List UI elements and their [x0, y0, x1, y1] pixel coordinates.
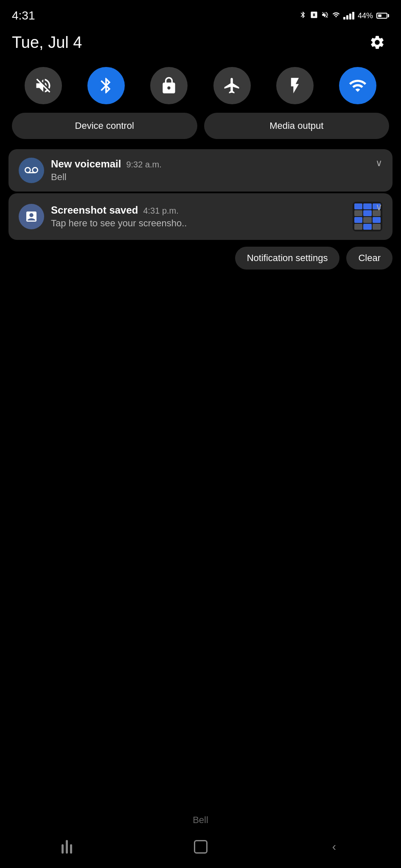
voicemail-icon: [25, 164, 38, 177]
carrier-name: Bell: [193, 815, 208, 826]
status-icons: 44%: [299, 11, 389, 21]
wifi-icon: [348, 76, 367, 95]
screen-lock-toggle[interactable]: [150, 67, 188, 104]
home-icon: [194, 840, 208, 854]
signal-bars: [343, 12, 354, 19]
flashlight-icon: [286, 76, 304, 95]
wifi-toggle[interactable]: [339, 67, 376, 104]
flashlight-toggle[interactable]: [276, 67, 314, 104]
notifications-list: New voicemail 9:32 a.m. Bell ∨ Screensho…: [0, 149, 401, 240]
voicemail-subtitle: Bell: [51, 172, 382, 183]
action-buttons-row: Device control Media output: [0, 113, 401, 149]
mute-icon: [34, 76, 53, 95]
screenshot-icon-circle: [19, 204, 44, 229]
nav-bar: ‹: [0, 830, 401, 868]
date-text: Tue, Jul 4: [12, 33, 82, 52]
battery-icon: [376, 13, 389, 19]
voicemail-time: 9:32 a.m.: [126, 160, 161, 170]
back-button[interactable]: ‹: [317, 834, 351, 860]
status-time: 4:31: [12, 9, 35, 22]
back-icon: ‹: [332, 841, 336, 853]
airplane-icon: [223, 76, 241, 95]
screenshot-subtitle: Tap here to see your screensho..: [51, 218, 346, 229]
notification-actions: Notification settings Clear: [0, 240, 401, 270]
mute-status-icon: [321, 11, 329, 21]
battery-percent: 44%: [358, 11, 373, 20]
lock-icon: [160, 76, 178, 95]
nfc-status-icon: [310, 11, 318, 21]
bluetooth-toggle[interactable]: [87, 67, 125, 104]
mute-toggle[interactable]: [25, 67, 62, 104]
bluetooth-icon: [97, 76, 115, 95]
voicemail-expand-icon[interactable]: ∨: [376, 158, 382, 169]
quick-toggles-row: [0, 63, 401, 113]
voicemail-icon-circle: [19, 158, 44, 183]
wifi-status-icon: [332, 11, 340, 21]
notification-settings-button[interactable]: Notification settings: [235, 247, 340, 270]
date-row: Tue, Jul 4: [0, 27, 401, 63]
media-output-button[interactable]: Media output: [204, 113, 390, 139]
screenshot-expand-icon[interactable]: ∨: [376, 202, 382, 213]
clear-button[interactable]: Clear: [346, 247, 393, 270]
screenshot-title: Screenshot saved: [51, 204, 138, 216]
gear-icon: [369, 34, 385, 50]
voicemail-title: New voicemail: [51, 158, 121, 170]
bluetooth-status-icon: [299, 11, 307, 21]
screenshot-time: 4:31 p.m.: [143, 206, 178, 216]
airplane-toggle[interactable]: [213, 67, 251, 104]
recent-apps-icon: [62, 840, 72, 854]
settings-button[interactable]: [365, 31, 389, 54]
recent-apps-button[interactable]: [50, 834, 84, 860]
screenshot-notification[interactable]: Screenshot saved 4:31 p.m. Tap here to s…: [8, 193, 393, 240]
home-button[interactable]: [184, 834, 218, 860]
status-bar: 4:31 44%: [0, 0, 401, 27]
voicemail-content: New voicemail 9:32 a.m. Bell: [51, 158, 382, 183]
screenshot-icon: [25, 210, 38, 223]
voicemail-notification[interactable]: New voicemail 9:32 a.m. Bell ∨: [8, 149, 393, 192]
screenshot-content: Screenshot saved 4:31 p.m. Tap here to s…: [51, 204, 346, 229]
device-control-button[interactable]: Device control: [12, 113, 197, 139]
